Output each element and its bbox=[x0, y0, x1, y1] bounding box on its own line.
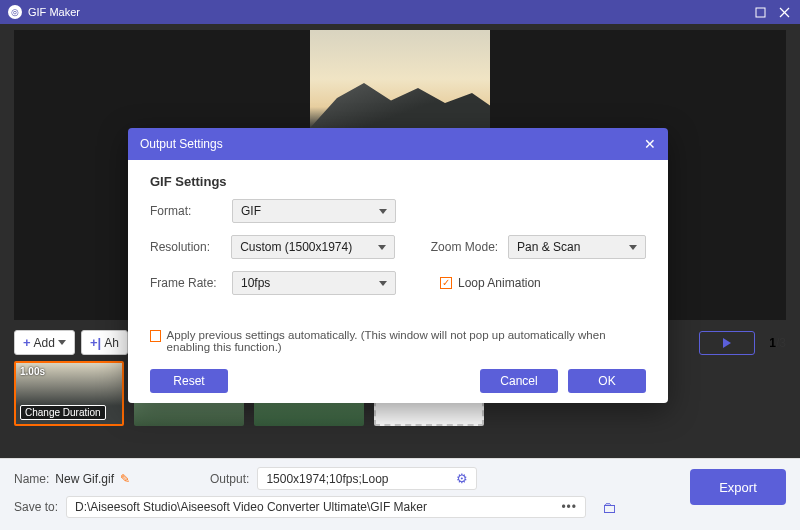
change-duration-button[interactable]: Change Duration bbox=[20, 405, 106, 420]
ok-button[interactable]: OK bbox=[568, 369, 646, 393]
dialog-close-button[interactable]: ✕ bbox=[644, 136, 656, 152]
page-indicator: 1/3 bbox=[769, 336, 786, 350]
plus-icon: +| bbox=[90, 335, 101, 350]
save-path-box[interactable]: D:\Aiseesoft Studio\Aiseesoft Video Conv… bbox=[66, 496, 586, 518]
save-path-value: D:\Aiseesoft Studio\Aiseesoft Video Conv… bbox=[75, 500, 427, 514]
dialog-footer: Reset Cancel OK bbox=[150, 363, 646, 393]
output-settings-dialog: Output Settings ✕ GIF Settings Format: G… bbox=[128, 128, 668, 403]
play-icon bbox=[723, 338, 731, 348]
export-button[interactable]: Export bbox=[690, 469, 786, 505]
zoom-mode-label: Zoom Mode: bbox=[431, 240, 508, 254]
window-maximize-button[interactable] bbox=[752, 4, 768, 20]
ahead-button-label: Ah bbox=[104, 336, 119, 350]
plus-icon: + bbox=[23, 335, 31, 350]
add-button-label: Add bbox=[34, 336, 55, 350]
chevron-down-icon bbox=[629, 245, 637, 250]
dropdown-caret-icon bbox=[58, 340, 66, 345]
play-button[interactable] bbox=[699, 331, 755, 355]
resolution-select[interactable]: Custom (1500x1974) bbox=[231, 235, 395, 259]
ahead-button[interactable]: +|Ah bbox=[81, 330, 128, 355]
chevron-down-icon bbox=[378, 245, 386, 250]
browse-icon[interactable]: ••• bbox=[561, 500, 577, 514]
name-label: Name: bbox=[14, 472, 49, 486]
name-value: New Gif.gif bbox=[55, 472, 114, 486]
apply-previous-label: Apply previous settings automatically. (… bbox=[167, 329, 646, 353]
bottom-panel: Name: New Gif.gif ✎ Output: 1500x1974;10… bbox=[0, 458, 800, 530]
thumbnail-1[interactable]: 1.00s Change Duration bbox=[14, 361, 124, 426]
app-title: GIF Maker bbox=[28, 6, 80, 18]
dialog-header: Output Settings ✕ bbox=[128, 128, 668, 160]
dialog-title: Output Settings bbox=[140, 137, 223, 151]
open-folder-icon[interactable]: 🗀 bbox=[602, 499, 617, 516]
apply-previous-checkbox[interactable] bbox=[150, 330, 161, 342]
resolution-label: Resolution: bbox=[150, 240, 231, 254]
section-title: GIF Settings bbox=[150, 174, 646, 189]
format-select[interactable]: GIF bbox=[232, 199, 396, 223]
cancel-button[interactable]: Cancel bbox=[480, 369, 558, 393]
add-button[interactable]: +Add bbox=[14, 330, 75, 355]
zoom-mode-select[interactable]: Pan & Scan bbox=[508, 235, 646, 259]
frame-rate-label: Frame Rate: bbox=[150, 276, 232, 290]
titlebar: ◎ GIF Maker bbox=[0, 0, 800, 24]
loop-animation-label: Loop Animation bbox=[458, 276, 541, 290]
frame-rate-select[interactable]: 10fps bbox=[232, 271, 396, 295]
export-button-label: Export bbox=[719, 480, 757, 495]
edit-name-icon[interactable]: ✎ bbox=[120, 472, 130, 486]
output-value: 1500x1974;10fps;Loop bbox=[266, 472, 388, 486]
gear-icon[interactable]: ⚙ bbox=[456, 471, 468, 486]
output-label: Output: bbox=[210, 472, 249, 486]
chevron-down-icon bbox=[379, 281, 387, 286]
chevron-down-icon bbox=[379, 209, 387, 214]
format-label: Format: bbox=[150, 204, 232, 218]
window-close-button[interactable] bbox=[776, 4, 792, 20]
reset-button[interactable]: Reset bbox=[150, 369, 228, 393]
svg-rect-0 bbox=[756, 8, 765, 17]
output-value-box[interactable]: 1500x1974;10fps;Loop ⚙ bbox=[257, 467, 477, 490]
apply-previous-note: Apply previous settings automatically. (… bbox=[150, 329, 646, 353]
loop-animation-checkbox[interactable] bbox=[440, 277, 452, 289]
thumbnail-duration: 1.00s bbox=[20, 366, 45, 377]
app-logo-icon: ◎ bbox=[8, 5, 22, 19]
save-to-label: Save to: bbox=[14, 500, 58, 514]
